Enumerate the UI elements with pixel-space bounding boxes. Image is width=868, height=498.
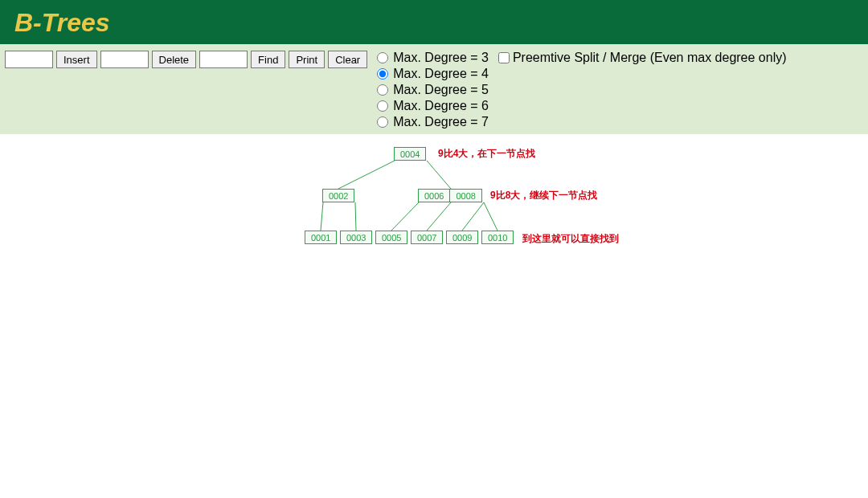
degree-label: Max. Degree = 4: [393, 67, 489, 81]
degree-label: Max. Degree = 5: [393, 83, 489, 97]
tree-key: 0001: [305, 231, 336, 243]
tree-edge: [391, 202, 419, 231]
tree-node: 0010: [481, 231, 514, 244]
tree-key: 0006: [419, 190, 450, 202]
print-button[interactable]: Print: [289, 51, 325, 68]
insert-button[interactable]: Insert: [56, 51, 97, 68]
degree-label: Max. Degree = 3: [393, 51, 489, 65]
page-title: B-Trees: [14, 8, 854, 38]
tree-node: 0001: [305, 231, 337, 244]
annotation: 到这里就可以直接找到: [522, 232, 619, 246]
tree-canvas: 0004000200060008000100030005000700090010…: [0, 134, 868, 480]
degree-label: Max. Degree = 7: [393, 115, 489, 129]
tree-edges: [0, 134, 868, 480]
insert-input[interactable]: [5, 51, 53, 68]
degree-option-5[interactable]: Max. Degree = 5: [377, 83, 489, 97]
degree-option-4[interactable]: Max. Degree = 4: [377, 67, 489, 81]
tree-key: 0002: [323, 190, 354, 202]
degree-option-6[interactable]: Max. Degree = 6: [377, 99, 489, 113]
tree-edge: [462, 202, 484, 231]
degree-radio-6[interactable]: [377, 100, 388, 112]
clear-button[interactable]: Clear: [328, 51, 367, 68]
preemptive-checkbox-label[interactable]: Preemtive Split / Merge (Even max degree…: [498, 51, 787, 65]
tree-node: 0002: [322, 189, 354, 202]
tree-key: 0008: [450, 190, 481, 202]
tree-edge: [484, 202, 497, 231]
degree-radio-group: Max. Degree = 3Max. Degree = 4Max. Degre…: [377, 51, 489, 129]
tree-node: 00060008: [418, 189, 482, 202]
preemptive-checkbox[interactable]: [498, 52, 510, 63]
tree-edge: [338, 161, 395, 189]
tree-key: 0007: [411, 231, 442, 243]
tree-edge: [427, 161, 451, 189]
preemptive-label-text: Preemtive Split / Merge (Even max degree…: [513, 51, 787, 65]
tree-key: 0005: [376, 231, 407, 243]
find-button[interactable]: Find: [251, 51, 285, 68]
tree-key: 0010: [482, 231, 513, 243]
tree-node: 0003: [340, 231, 372, 244]
tree-key: 0009: [447, 231, 477, 243]
degree-radio-7[interactable]: [377, 116, 388, 128]
toolbar: Insert Delete Find Print Clear Max. Degr…: [0, 44, 868, 134]
tree-edge: [355, 202, 356, 231]
header: B-Trees: [0, 0, 868, 44]
annotation: 9比4大，在下一节点找: [438, 147, 535, 161]
find-input[interactable]: [199, 51, 248, 68]
tree-node: 0004: [394, 147, 426, 161]
tree-node: 0005: [375, 231, 407, 244]
degree-radio-4[interactable]: [377, 68, 388, 80]
degree-radio-5[interactable]: [377, 84, 388, 96]
tree-edge: [321, 202, 323, 231]
annotation: 9比8大，继续下一节点找: [490, 189, 597, 202]
degree-option-7[interactable]: Max. Degree = 7: [377, 115, 489, 129]
tree-edge: [427, 202, 451, 231]
tree-key: 0003: [341, 231, 371, 243]
tree-key: 0004: [395, 148, 425, 160]
tree-node: 0009: [446, 231, 478, 244]
delete-button[interactable]: Delete: [152, 51, 197, 68]
degree-option-3[interactable]: Max. Degree = 3: [377, 51, 489, 65]
delete-input[interactable]: [100, 51, 149, 68]
degree-label: Max. Degree = 6: [393, 99, 489, 113]
tree-node: 0007: [411, 231, 443, 244]
degree-radio-3[interactable]: [377, 52, 388, 63]
